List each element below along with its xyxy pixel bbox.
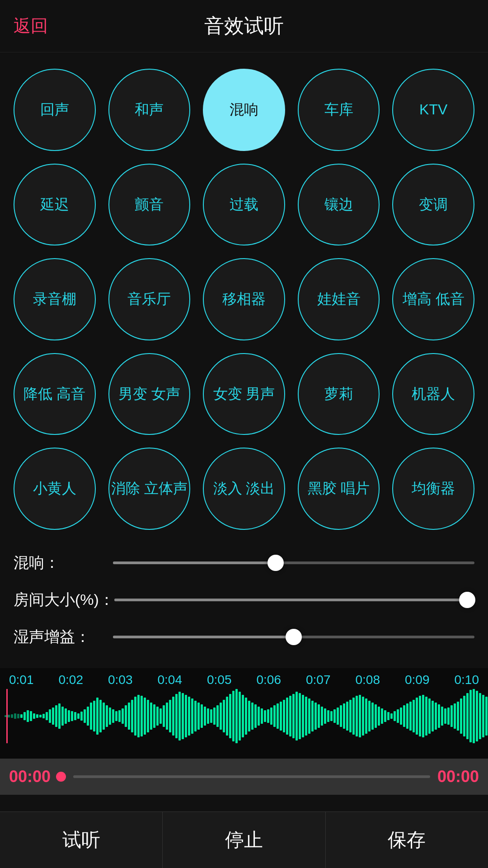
timeline-label: 0:02 [59,673,84,687]
save-button[interactable]: 保存 [326,812,488,868]
waveform-bar [77,713,80,719]
timeline-label: 0:05 [207,673,232,687]
waveform-bar [264,710,266,722]
timeline-label: 0:08 [356,673,380,687]
waveform-bar [23,712,26,720]
waveform-bar [333,709,336,723]
slider-container-reverb_mix[interactable] [113,561,474,565]
slider-container-room_size[interactable] [114,598,474,602]
slider-container-wet_gain[interactable] [113,635,474,639]
waveform-bar [299,693,301,740]
effect-btn-delay[interactable]: 延迟 [14,164,96,246]
waveform-bar [280,702,282,731]
effect-btn-minion[interactable]: 小黄人 [14,448,96,530]
waveform-bar [49,709,51,723]
effect-btn-stereo[interactable]: 消除 立体声 [108,448,191,530]
waveform-bar [349,700,352,733]
waveform-bar [390,713,393,719]
waveform-bar [435,703,437,730]
waveform-bar [220,703,222,730]
effect-btn-fadeinout[interactable]: 淡入 淡出 [203,448,285,530]
effect-btn-concert[interactable]: 音乐厅 [108,258,191,340]
waveform-bar [141,696,143,736]
waveform-bar [337,708,339,725]
waveform-bar [371,703,374,730]
sliders-section: 混响：房间大小(%)：湿声增益： [0,539,488,668]
waveform-bar [46,712,48,720]
waveform-bar [185,695,187,737]
waveform-bar [330,711,333,721]
effect-btn-garage[interactable]: 车库 [298,69,380,151]
waveform-bar [213,708,216,725]
preview-button[interactable]: 试听 [0,812,163,868]
waveform-bar [321,707,323,726]
effect-btn-echo[interactable]: 回声 [14,69,96,151]
waveform-bar [223,700,225,733]
slider-thumb-reverb_mix[interactable] [267,555,284,571]
waveform-bar [273,705,276,726]
waveform-bar [403,705,405,726]
waveform-bar [68,710,70,722]
effect-btn-robot[interactable]: 机器人 [392,353,474,435]
waveform-bar [365,698,367,733]
effect-btn-ktv[interactable]: KTV [392,69,474,151]
waveform-bar [473,689,475,743]
effect-btn-eq[interactable]: 均衡器 [392,448,474,530]
waveform-bar [441,707,443,726]
back-button[interactable]: 返回 [14,14,48,38]
effect-btn-boost[interactable]: 增高 低音 [392,258,474,340]
stop-button[interactable]: 停止 [163,812,325,868]
page-title: 音效试听 [204,13,284,39]
effect-btn-tremolo[interactable]: 颤音 [108,164,191,246]
effect-btn-overload[interactable]: 过载 [203,164,285,246]
waveform-bar [11,714,13,718]
waveform-bar [163,705,165,726]
waveform-bar [166,703,168,730]
waveform-bar [147,700,149,733]
waveform-bar [400,708,402,725]
waveform-bar [308,698,310,733]
waveform-bar [39,715,42,717]
waveform-bar [96,698,99,734]
waveform-bar [80,712,83,720]
waveform-bar [305,697,307,736]
waveform-bar [197,703,200,730]
waveform-bar [58,703,61,729]
waveform-bar [71,711,73,721]
waveform-bar [115,711,117,721]
waveform-bar [378,707,380,726]
waveform-bar [352,698,355,734]
waveform-bar [30,711,32,721]
effect-btn-lower[interactable]: 降低 高音 [14,353,96,435]
waveform-bar [482,695,484,737]
effect-btn-femalemale[interactable]: 女变 男声 [203,353,285,435]
effect-btn-镶边[interactable]: 镶边 [298,164,380,246]
waveform-bar [432,701,434,732]
effect-btn-baby[interactable]: 娃娃音 [298,258,380,340]
waveform-bar [311,701,314,732]
slider-thumb-wet_gain[interactable] [286,629,302,645]
waveform-bar [469,690,472,742]
waveform-bar [368,701,371,732]
current-time: 00:00 [9,767,51,786]
waveform-bar [444,708,446,724]
slider-row-room_size: 房间大小(%)： [14,590,474,610]
waveform-bar [103,703,105,730]
effect-btn-studio[interactable]: 录音棚 [14,258,96,340]
effect-btn-reverb[interactable]: 混响 [203,69,285,151]
effect-btn-malefemale[interactable]: 男变 女声 [108,353,191,435]
waveform-bar [191,698,193,733]
timeline-label: 0:06 [257,673,282,687]
waveform-bar [118,710,121,722]
timeline-label: 0:09 [405,673,430,687]
slider-thumb-room_size[interactable] [459,592,475,608]
effect-btn-loli[interactable]: 萝莉 [298,353,380,435]
waveform-bar [61,707,64,726]
effect-btn-phaser[interactable]: 移相器 [203,258,285,340]
effect-btn-harmony[interactable]: 和声 [108,69,191,151]
playhead-dot [56,772,66,782]
effect-btn-pitch[interactable]: 变调 [392,164,474,246]
waveform-bar [226,697,228,736]
progress-track[interactable] [73,775,430,778]
effect-btn-vinyl[interactable]: 黑胶 唱片 [298,448,380,530]
